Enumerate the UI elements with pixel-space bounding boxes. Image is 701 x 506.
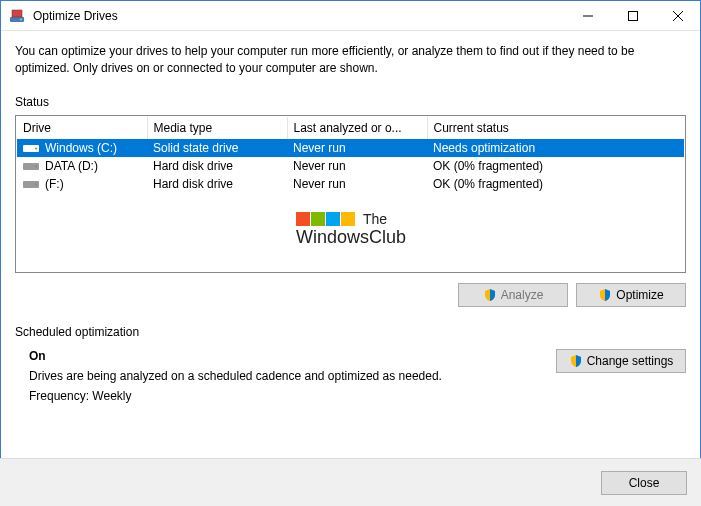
svg-point-2 (20, 18, 22, 20)
minimize-button[interactable] (565, 1, 610, 30)
scheduled-label: Scheduled optimization (15, 325, 686, 339)
change-settings-button[interactable]: Change settings (556, 349, 686, 373)
drive-name: (F:) (45, 177, 64, 191)
status-label: Status (15, 95, 686, 109)
scheduled-desc: Drives are being analyzed on a scheduled… (29, 369, 536, 383)
maximize-button[interactable] (610, 1, 655, 30)
windows-logo-icon (296, 212, 355, 226)
svg-point-8 (35, 147, 37, 149)
svg-point-12 (35, 183, 37, 185)
drive-icon (23, 142, 39, 154)
svg-point-10 (35, 165, 37, 167)
footer: Close (0, 458, 701, 506)
col-last[interactable]: Last analyzed or o... (287, 117, 427, 139)
intro-text: You can optimize your drives to help you… (15, 43, 686, 77)
col-status[interactable]: Current status (427, 117, 684, 139)
watermark: The WindowsClub (296, 211, 406, 248)
shield-icon (483, 288, 497, 302)
table-row[interactable]: DATA (D:) Hard disk drive Never run OK (… (17, 157, 684, 175)
optimize-button[interactable]: Optimize (576, 283, 686, 307)
shield-icon (598, 288, 612, 302)
svg-rect-1 (12, 10, 22, 17)
close-window-button[interactable] (655, 1, 700, 30)
close-button[interactable]: Close (601, 471, 687, 495)
drive-media: Solid state drive (147, 139, 287, 157)
scheduled-frequency: Frequency: Weekly (29, 389, 536, 403)
drive-status: OK (0% fragmented) (427, 157, 684, 175)
drive-status: OK (0% fragmented) (427, 175, 684, 193)
window-controls (565, 1, 700, 30)
drive-media: Hard disk drive (147, 175, 287, 193)
table-row[interactable]: Windows (C:) Solid state drive Never run… (17, 139, 684, 157)
table-row[interactable]: (F:) Hard disk drive Never run OK (0% fr… (17, 175, 684, 193)
drive-icon (23, 160, 39, 172)
drive-status: Needs optimization (427, 139, 684, 157)
drive-icon (23, 178, 39, 190)
shield-icon (569, 354, 583, 368)
window-title: Optimize Drives (33, 9, 565, 23)
drive-name: Windows (C:) (45, 141, 117, 155)
drive-last: Never run (287, 175, 427, 193)
app-icon (9, 8, 25, 24)
drive-media: Hard disk drive (147, 157, 287, 175)
analyze-button[interactable]: Analyze (458, 283, 568, 307)
drive-name: DATA (D:) (45, 159, 98, 173)
titlebar: Optimize Drives (1, 1, 700, 31)
drive-last: Never run (287, 139, 427, 157)
scheduled-state: On (29, 349, 536, 363)
col-media[interactable]: Media type (147, 117, 287, 139)
col-drive[interactable]: Drive (17, 117, 147, 139)
drive-list: Drive Media type Last analyzed or o... C… (15, 115, 686, 273)
svg-rect-4 (628, 11, 637, 20)
drive-last: Never run (287, 157, 427, 175)
